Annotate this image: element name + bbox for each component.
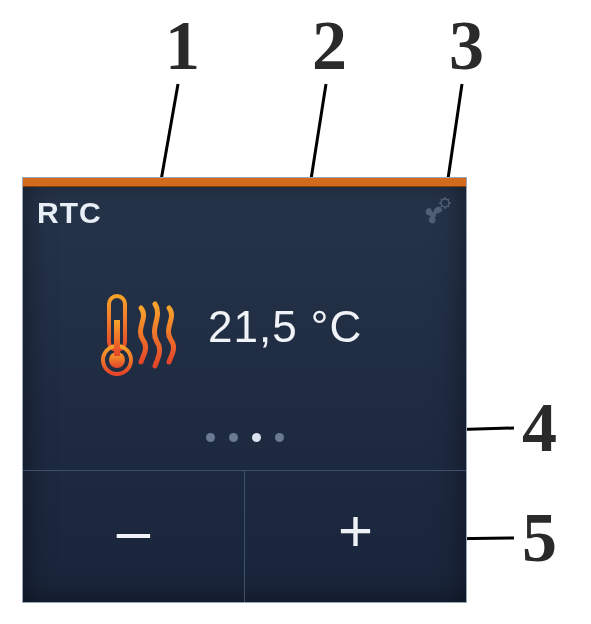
panel-title: RTC xyxy=(37,196,102,230)
svg-line-13 xyxy=(448,199,449,200)
button-row: – + xyxy=(23,470,466,602)
minus-icon: – xyxy=(117,496,150,565)
callout-label-1: 1 xyxy=(165,6,200,86)
plus-icon: + xyxy=(338,496,373,565)
svg-rect-18 xyxy=(114,320,120,356)
increase-button[interactable]: + xyxy=(245,471,466,602)
callout-label-3: 3 xyxy=(449,6,484,86)
page-dot xyxy=(206,433,215,442)
svg-line-12 xyxy=(448,206,449,207)
svg-point-6 xyxy=(441,199,449,207)
page-indicator[interactable] xyxy=(23,433,466,442)
thermometer-heat-icon xyxy=(101,290,177,380)
svg-line-14 xyxy=(441,206,442,207)
fan-gear-icon[interactable] xyxy=(420,196,452,228)
callout-label-4: 4 xyxy=(522,388,557,468)
temperature-value: 21,5 °C xyxy=(208,302,362,352)
accent-bar xyxy=(23,178,466,187)
decrease-button[interactable]: – xyxy=(23,471,245,602)
callout-label-2: 2 xyxy=(312,6,347,86)
page-dot-active xyxy=(252,433,261,442)
thermostat-panel: RTC xyxy=(22,177,467,603)
page-dot xyxy=(229,433,238,442)
svg-line-11 xyxy=(441,199,442,200)
callout-label-5: 5 xyxy=(522,498,557,578)
page-dot xyxy=(275,433,284,442)
